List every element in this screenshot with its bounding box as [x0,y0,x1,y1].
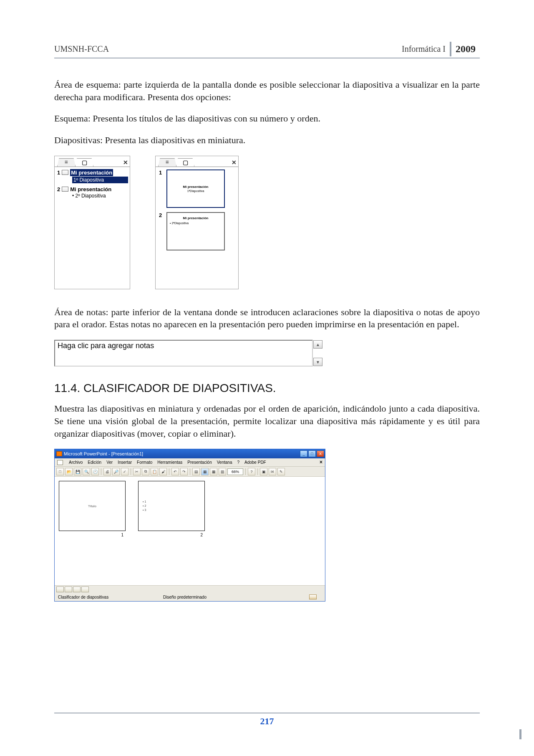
tab-slides[interactable]: ▢ [75,158,93,167]
outline-sub: • 2º Diapositiva [72,193,128,199]
thumb-pane-mockup: ≡ ▢ ✕ 1 Mi presentación 1ªDiapositiva 2 … [155,156,239,289]
outline-title: Mi presentación [70,169,113,176]
notes-placeholder: Haga clic para agregar notas [58,341,154,350]
table-icon[interactable]: ▦ [201,468,209,475]
header-subject: Informática I [398,42,450,56]
slide-thumbnail[interactable]: Mi presentación 1ªDiapositiva [166,169,225,208]
scroll-up-icon[interactable]: ▲ [313,340,322,349]
zoom-level[interactable]: 66% [227,468,243,475]
powerpoint-window-mockup: Microsoft PowerPoint - [Presentación1] _… [54,449,325,602]
color-icon[interactable]: ▥ [219,468,226,475]
minimize-button[interactable]: _ [300,450,307,457]
pp-toolbar: □ 📂 💾 🔍 🕘 🖨 🔎 ✓ ✂ ⧉ 📋 🖌 ↶ ↷ ▤ ▦ ▦ ▥ 66% … [55,467,325,477]
outline-sub: 1º Diapositiva [72,177,128,183]
format-painter-icon[interactable]: 🖌 [159,468,167,475]
grid-icon[interactable]: ▦ [210,468,217,475]
spell-icon[interactable]: ✓ [121,468,128,475]
pp-menubar: Archivo Edición Ver Insertar Formato Her… [55,458,325,467]
para-area-notas: Área de notas: parte inferior de la vent… [54,306,480,331]
menu-ver[interactable]: Ver [106,460,113,465]
menu-archivo[interactable]: Archivo [69,460,83,465]
pdf-icon[interactable]: ▣ [260,468,267,475]
footer-side-mark [519,729,521,739]
slide-icon [62,187,68,192]
thumb-title: Mi presentación [183,216,209,220]
figure-outline-thumb: ≡ ▢ ✕ 1 Mi presentación 1º Diapositiva 2… [54,156,480,289]
separator [131,468,131,475]
copy-icon[interactable]: ⧉ [142,468,149,475]
para-diapositivas: Diapositivas: Presenta las diapositivas … [54,134,480,147]
menu-presentacion[interactable]: Presentación [187,460,212,465]
scroll-down-icon[interactable]: ▼ [313,358,322,366]
status-design: Diseño predeterminado [163,595,207,599]
notes-view-icon[interactable] [81,587,89,592]
tab-slides[interactable]: ▢ [176,158,194,167]
separator [101,468,101,475]
outline-num: 1 [57,169,60,176]
undo-icon[interactable]: ↶ [171,468,179,475]
thumb-sub: • 2ªDiapositiva [170,222,189,225]
notes-textarea[interactable]: Haga clic para agregar notas [54,340,313,367]
thumb-row[interactable]: 1 Mi presentación 1ªDiapositiva [159,169,235,208]
review-icon[interactable]: ✎ [277,468,285,475]
status-view: Clasificador de diapositivas [58,595,108,599]
pane-tabbar: ≡ ▢ ✕ [156,156,238,167]
slideshow-view-icon[interactable] [73,587,81,592]
menu-ventana[interactable]: Ventana [217,460,232,465]
menu-herramientas[interactable]: Herramientas [157,460,182,465]
print-icon[interactable]: 🖨 [103,468,111,475]
mail-icon[interactable]: ✉ [269,468,276,475]
slide-thumbnail[interactable]: Mi presentación • 2ªDiapositiva [166,212,225,250]
new-icon[interactable]: □ [56,468,64,475]
menu-formato[interactable]: Formato [137,460,152,465]
search-icon[interactable]: 🔍 [83,468,90,475]
sorter-slide[interactable]: Título 1 [59,481,126,531]
maximize-button[interactable]: □ [308,450,316,457]
tab-outline[interactable]: ≡ [57,158,76,167]
outline-title: Mi presentación [70,186,111,192]
redo-icon[interactable]: ↷ [180,468,188,475]
separator [257,468,258,475]
slide-icon [62,170,68,175]
thumb-title: Mi presentación [183,185,209,189]
menu-edicion[interactable]: Edición [88,460,101,465]
header-year: 2009 [450,42,480,56]
para-clasificador: Muestra las diapositivas en miniatura y … [54,402,480,440]
normal-view-icon[interactable] [56,587,64,592]
page-header: UMSNH-FCCA Informática I 2009 [54,42,480,58]
sorter-view-icon[interactable] [65,587,72,592]
close-button[interactable]: X [317,450,324,457]
slide-title-placeholder: Título [88,504,96,508]
pane-tabbar: ≡ ▢ ✕ [55,156,130,167]
separator [245,468,246,475]
paste-icon[interactable]: 📋 [151,468,158,475]
outline-item[interactable]: 1 Mi presentación [56,169,128,177]
chart-icon[interactable]: ▤ [192,468,200,475]
cut-icon[interactable]: ✂ [133,468,141,475]
notes-scrollbar[interactable]: ▲ ▼ [313,340,323,367]
close-icon[interactable]: ✕ [121,158,130,167]
thumb-number: 2 [159,212,163,218]
close-icon[interactable]: ✕ [229,158,239,167]
outline-item[interactable]: 2 Mi presentación [56,186,128,193]
slide-bullets: • 1 • 2 • 3 [143,500,146,512]
menu-adobe-pdf[interactable]: Adobe PDF [244,460,266,465]
preview-icon[interactable]: 🔎 [112,468,120,475]
outline-pane-mockup: ≡ ▢ ✕ 1 Mi presentación 1º Diapositiva 2… [54,156,130,289]
header-left: UMSNH-FCCA [54,44,109,54]
sorter-slide[interactable]: • 1 • 2 • 3 2 [138,481,205,531]
open-icon[interactable]: 📂 [65,468,73,475]
help-icon[interactable]: ? [248,468,255,475]
thumb-row[interactable]: 2 Mi presentación • 2ªDiapositiva [159,212,235,250]
save-icon[interactable]: 💾 [74,468,81,475]
sorter-slide-number: 1 [121,533,123,537]
sorter-slide-number: 2 [200,533,203,537]
menu-help[interactable]: ? [237,460,239,465]
document-close-icon[interactable]: × [320,459,322,465]
section-heading: 11.4. CLASIFICADOR DE DIAPOSITIVAS. [54,382,480,395]
separator [190,468,190,475]
pp-viewbar [55,585,325,593]
history-icon[interactable]: 🕘 [91,468,99,475]
menu-insertar[interactable]: Insertar [118,460,132,465]
tab-outline[interactable]: ≡ [158,158,176,167]
